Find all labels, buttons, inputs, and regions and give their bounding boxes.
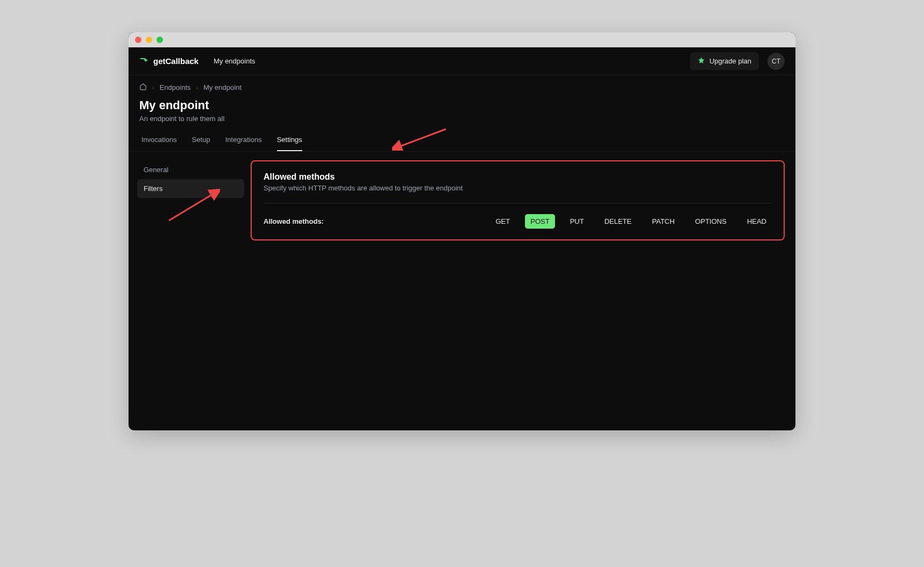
home-icon[interactable] (139, 83, 147, 92)
chevron-right-icon: › (196, 84, 198, 91)
page-subtitle: An endpoint to rule them all (139, 115, 785, 123)
tab-integrations[interactable]: Integrations (225, 136, 262, 151)
method-delete[interactable]: DELETE (599, 214, 637, 229)
window-minimize-icon[interactable] (146, 37, 152, 43)
window-titlebar (129, 32, 795, 47)
window-close-icon[interactable] (135, 37, 141, 43)
app-window: getCallback My endpoints Upgrade plan CT… (129, 32, 795, 430)
upgrade-plan-button[interactable]: Upgrade plan (690, 52, 759, 70)
method-head[interactable]: HEAD (742, 214, 772, 229)
card-description: Specify which HTTP methods are allowed t… (264, 184, 772, 192)
breadcrumb: › Endpoints › My endpoint (129, 75, 795, 92)
upgrade-label: Upgrade plan (709, 57, 751, 65)
star-icon (698, 56, 705, 66)
methods-row: Allowed methods: GET POST PUT DELETE PAT… (264, 214, 772, 229)
tab-invocations[interactable]: Invocations (141, 136, 177, 151)
svg-point-0 (140, 58, 141, 59)
breadcrumb-endpoints[interactable]: Endpoints (160, 83, 191, 91)
tab-setup[interactable]: Setup (192, 136, 210, 151)
allowed-methods-card: Allowed methods Specify which HTTP metho… (251, 160, 785, 240)
method-options[interactable]: OPTIONS (690, 214, 732, 229)
settings-sidebar: General Filters (129, 152, 244, 240)
card-title: Allowed methods (264, 172, 772, 182)
topnav-my-endpoints[interactable]: My endpoints (214, 57, 255, 65)
chevron-right-icon: › (152, 84, 154, 91)
content: General Filters Allowed methods Specify … (129, 152, 795, 240)
brand-logo-icon (139, 55, 149, 67)
tab-settings[interactable]: Settings (277, 136, 302, 151)
method-patch[interactable]: PATCH (646, 214, 680, 229)
sidebar-item-general[interactable]: General (137, 160, 244, 179)
brand-name: getCallback (153, 56, 198, 66)
page-title: My endpoint (139, 98, 785, 112)
tabs: Invocations Setup Integrations Settings (129, 136, 795, 152)
window-maximize-icon[interactable] (157, 37, 163, 43)
method-post[interactable]: POST (525, 214, 555, 229)
page-header: My endpoint An endpoint to rule them all (129, 92, 795, 123)
breadcrumb-my-endpoint[interactable]: My endpoint (203, 83, 241, 91)
method-put[interactable]: PUT (565, 214, 589, 229)
methods-label: Allowed methods: (264, 217, 324, 225)
sidebar-item-filters[interactable]: Filters (137, 179, 244, 198)
main-panel: Allowed methods Specify which HTTP metho… (244, 152, 795, 240)
topbar: getCallback My endpoints Upgrade plan CT (129, 47, 795, 75)
divider (264, 203, 772, 203)
method-get[interactable]: GET (491, 214, 516, 229)
avatar[interactable]: CT (767, 53, 785, 70)
brand[interactable]: getCallback (139, 55, 198, 67)
methods-list: GET POST PUT DELETE PATCH OPTIONS HEAD (491, 214, 772, 229)
